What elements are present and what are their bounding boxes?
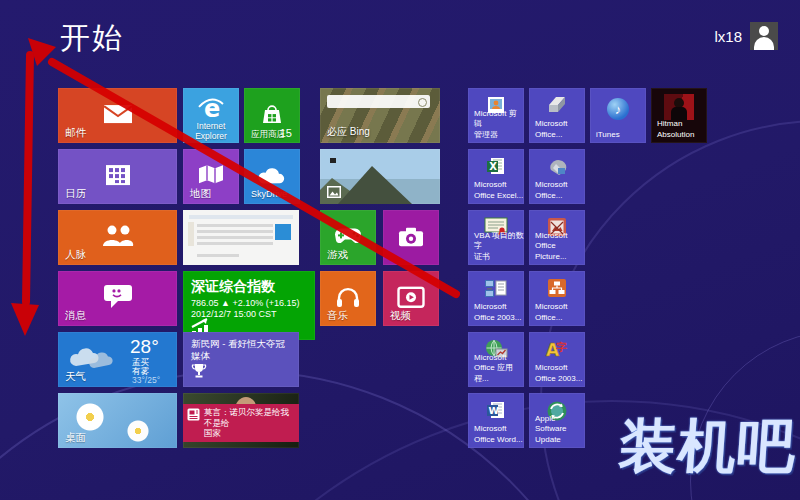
tile-label: 天气 <box>65 371 86 383</box>
watermark: 装机吧 <box>616 408 798 486</box>
svg-text:字: 字 <box>556 341 567 354</box>
tile-label: 地图 <box>190 188 211 200</box>
tile-label: MicrosoftOffice... <box>535 302 567 323</box>
game-controller-icon <box>333 226 363 246</box>
tile-store[interactable]: 应用商店 15 <box>244 88 300 143</box>
tile-label: MicrosoftOffice Picture... <box>535 231 585 262</box>
store-icon <box>260 102 284 126</box>
tile-office-picture[interactable]: MicrosoftOffice Picture... <box>529 210 585 265</box>
tile-games[interactable]: 游戏 <box>320 210 376 265</box>
news-banner: 莫言：诺贝尔奖是给我不是给国家 <box>183 404 299 442</box>
arrow-head-up-left <box>28 38 56 66</box>
start-screen: 开始 lx18 邮件 e InternetExplorer 应用商店 15 日历 <box>0 0 800 500</box>
tile-label: Microsoft 剪辑管理器 <box>474 109 524 140</box>
tile-label: SkyDrive <box>251 190 287 200</box>
tile-finance[interactable]: 深证综合指数 786.05 ▲ +2.10% (+16.15) 2012/12/… <box>183 271 315 340</box>
tile-mail[interactable]: 邮件 <box>58 88 177 143</box>
tile-vba-certificate[interactable]: VBA 项目的数字证书 <box>468 210 524 265</box>
tile-office-excel[interactable]: X MicrosoftOffice Excel... <box>468 149 524 204</box>
tile-label: MicrosoftOffice Word... <box>474 424 523 445</box>
orgchart-icon <box>547 278 567 298</box>
tile-internet-explorer[interactable]: e InternetExplorer <box>183 88 239 143</box>
people-icon <box>101 224 135 248</box>
headphones-icon <box>335 285 361 309</box>
tile-label: 邮件 <box>65 127 86 139</box>
tile-label: HitmanAbsolution <box>657 119 694 140</box>
tile-hitman[interactable]: HitmanAbsolution <box>651 88 707 143</box>
camera-icon <box>397 225 425 247</box>
tile-sports[interactable]: 新民网 - 看好恒大夺冠媒体 <box>183 332 299 387</box>
weather-range: 33°/25° <box>132 375 160 385</box>
tile-skydrive[interactable]: SkyDrive <box>244 149 300 204</box>
preview-row <box>197 224 273 227</box>
preview-row <box>197 242 273 245</box>
cloud-icon <box>257 165 287 185</box>
preview-row <box>197 254 239 257</box>
tile-label: MicrosoftOffice 2003... <box>474 302 521 323</box>
tile-itunes[interactable]: ♪ iTunes <box>590 88 646 143</box>
arrow-vertical-line <box>26 55 30 302</box>
mail-icon <box>103 102 133 126</box>
search-icon <box>418 98 427 107</box>
tile-office-doc-imaging[interactable]: MicrosoftOffice... <box>529 149 585 204</box>
tile-label: 视频 <box>390 310 411 322</box>
tile-office-orgchart[interactable]: MicrosoftOffice... <box>529 271 585 326</box>
news-icon <box>187 408 200 421</box>
calendar-icon <box>105 163 131 187</box>
user-account[interactable]: lx18 <box>714 22 778 50</box>
tile-label: 必应 Bing <box>327 125 370 139</box>
trophy-icon <box>191 363 207 379</box>
message-bubble-icon <box>103 283 133 309</box>
video-player-icon <box>397 286 425 308</box>
tile-label: 人脉 <box>65 249 86 261</box>
hitman-cover-art <box>664 94 694 120</box>
itunes-icon: ♪ <box>607 98 629 120</box>
tile-music[interactable]: 音乐 <box>320 271 376 326</box>
tile-office-language[interactable]: A字 MicrosoftOffice 2003... <box>529 332 585 387</box>
preview-row <box>197 236 273 239</box>
internet-explorer-icon: e <box>196 96 226 122</box>
tile-label: MicrosoftOffice Excel... <box>474 180 523 201</box>
tile-office-scanner[interactable]: MicrosoftOffice... <box>529 88 585 143</box>
svg-text:W: W <box>488 405 499 416</box>
sports-headline: 新民网 - 看好恒大夺冠媒体 <box>191 338 291 363</box>
store-badge: 15 <box>280 127 292 139</box>
preview-row <box>197 230 273 233</box>
page-title: 开始 <box>60 18 124 59</box>
scanner-icon <box>546 95 568 115</box>
news-headline: 莫言：诺贝尔奖是给我不是给国家 <box>204 407 295 439</box>
photo-cablecar <box>330 158 336 163</box>
tile-camera[interactable] <box>383 210 439 265</box>
computers-doc-icon <box>484 278 508 298</box>
tile-messaging[interactable]: 消息 <box>58 271 177 326</box>
tile-office-app-recovery[interactable]: MicrosoftOffice 应用程... <box>468 332 524 387</box>
avatar <box>750 22 778 50</box>
svg-text:X: X <box>489 161 497 172</box>
tile-photos[interactable] <box>320 149 440 204</box>
tile-office-word[interactable]: W MicrosoftOffice Word... <box>468 393 524 448</box>
tile-clip-organizer[interactable]: Microsoft 剪辑管理器 <box>468 88 524 143</box>
arrow-head-down <box>11 303 39 336</box>
excel-icon: X <box>486 156 506 176</box>
preview-windows-logo <box>275 224 291 240</box>
tile-label: 日历 <box>65 188 86 200</box>
tile-office-2003-settings[interactable]: MicrosoftOffice 2003... <box>468 271 524 326</box>
tile-label: 音乐 <box>327 310 348 322</box>
tile-desktop[interactable]: 桌面 <box>58 393 177 448</box>
tile-label: InternetExplorer <box>183 122 239 141</box>
tile-label: 游戏 <box>327 249 348 261</box>
preview-titlebar <box>189 215 293 219</box>
tile-maps[interactable]: 地图 <box>183 149 239 204</box>
tile-bing[interactable]: 必应 Bing <box>320 88 440 143</box>
tile-label: 桌面 <box>65 432 86 444</box>
tile-video[interactable]: 视频 <box>383 271 439 326</box>
tile-people[interactable]: 人脉 <box>58 210 177 265</box>
word-icon: W <box>486 400 506 420</box>
tile-calendar[interactable]: 日历 <box>58 149 177 204</box>
tile-apple-software-update[interactable]: Apple SoftwareUpdate <box>529 393 585 448</box>
tile-news[interactable]: 莫言：诺贝尔奖是给我不是给国家 <box>183 393 299 448</box>
photos-icon <box>327 186 341 198</box>
tile-weather[interactable]: 28° 孟买 有雾 33°/25° 天气 <box>58 332 177 387</box>
tile-app-preview[interactable] <box>183 210 299 265</box>
bing-search-bar <box>327 95 430 108</box>
